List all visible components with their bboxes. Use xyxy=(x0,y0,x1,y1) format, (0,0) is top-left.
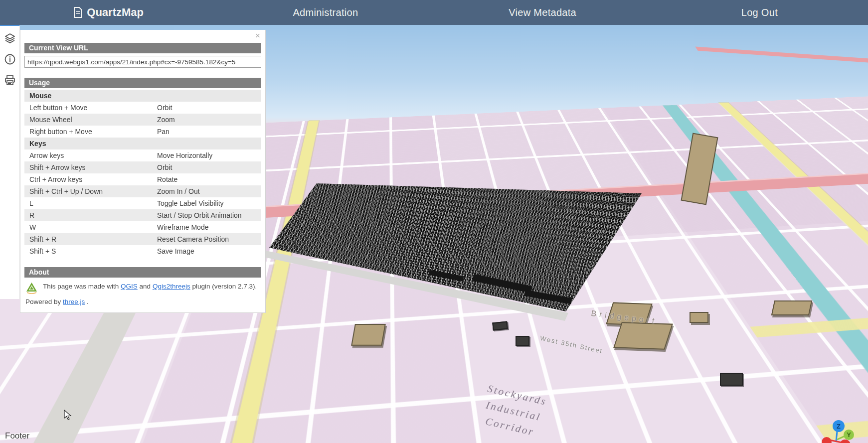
usage-row: Shift + SSave Image xyxy=(24,245,261,257)
building-3d xyxy=(492,321,508,330)
axes-gizmo[interactable]: Z Y xyxy=(818,414,868,443)
brand-label: QuartzMap xyxy=(87,6,144,19)
highway-red xyxy=(695,46,868,152)
app: QuartzMap Administration View Metadata L… xyxy=(0,0,868,443)
x-axis-ball[interactable] xyxy=(822,437,832,443)
nav-log-out[interactable]: Log Out xyxy=(741,7,778,18)
usage-row: Arrow keysMove Horizontally xyxy=(24,149,261,161)
document-icon xyxy=(73,7,82,18)
x-axis-ball[interactable] xyxy=(840,440,851,443)
usage-header: Usage xyxy=(24,78,261,88)
qgis-logo-icon xyxy=(25,282,38,296)
usage-row: Mouse WheelZoom xyxy=(24,114,261,126)
tool-sidebar xyxy=(0,25,20,299)
usage-row: Shift + RReset Camera Position xyxy=(24,233,261,245)
x-axis-line xyxy=(831,440,841,443)
help-panel: × Current View URL Usage Mouse Left butt… xyxy=(20,30,266,313)
usage-table: Mouse Left button + MoveOrbit Mouse Whee… xyxy=(24,90,261,257)
usage-group-mouse: Mouse xyxy=(24,90,261,102)
about-header: About xyxy=(24,267,261,278)
qgis-link[interactable]: QGIS xyxy=(121,283,138,290)
usage-row: Left button + MoveOrbit xyxy=(24,102,261,114)
close-icon[interactable]: × xyxy=(255,31,260,40)
info-icon[interactable] xyxy=(3,53,16,66)
powered-by-text: Powered by three.js . xyxy=(24,298,261,305)
threejs-link[interactable]: three.js xyxy=(63,298,85,305)
usage-row: Shift + Ctrl + Up / DownZoom In / Out xyxy=(24,185,261,197)
about-text: This page was made with QGIS and Qgis2th… xyxy=(43,282,257,296)
building-3d xyxy=(720,373,743,386)
qgis2threejs-link[interactable]: Qgis2threejs xyxy=(153,283,190,290)
building-3d xyxy=(351,324,386,346)
top-navbar: QuartzMap Administration View Metadata L… xyxy=(0,0,868,25)
layers-icon[interactable] xyxy=(3,32,16,45)
building-3d xyxy=(690,312,708,323)
usage-row: LToggle Label Visibility xyxy=(24,197,261,209)
building-3d xyxy=(771,300,812,315)
usage-group-keys: Keys xyxy=(24,138,261,149)
page-footer: Footer xyxy=(5,431,29,441)
usage-row: Right button + MovePan xyxy=(24,126,261,138)
current-view-url-header: Current View URL xyxy=(24,43,261,53)
current-view-url-input[interactable] xyxy=(24,56,261,68)
y-axis-ball[interactable]: Y xyxy=(844,430,854,440)
brand-link[interactable]: QuartzMap xyxy=(73,6,144,19)
z-axis-ball[interactable]: Z xyxy=(833,420,845,432)
mouse-cursor-icon xyxy=(64,410,72,423)
building-3d xyxy=(613,322,673,350)
yellow-road xyxy=(308,25,411,121)
print-icon[interactable] xyxy=(3,74,16,87)
building-3d xyxy=(516,336,529,346)
usage-row: WWireframe Mode xyxy=(24,221,261,233)
nav-administration[interactable]: Administration xyxy=(293,7,358,18)
usage-row: Shift + Arrow keysOrbit xyxy=(24,161,261,173)
yellow-road xyxy=(281,25,728,103)
usage-row: RStart / Stop Orbit Animation xyxy=(24,209,261,221)
nav-view-metadata[interactable]: View Metadata xyxy=(509,7,576,18)
usage-row: Ctrl + Arrow keysRotate xyxy=(24,173,261,185)
